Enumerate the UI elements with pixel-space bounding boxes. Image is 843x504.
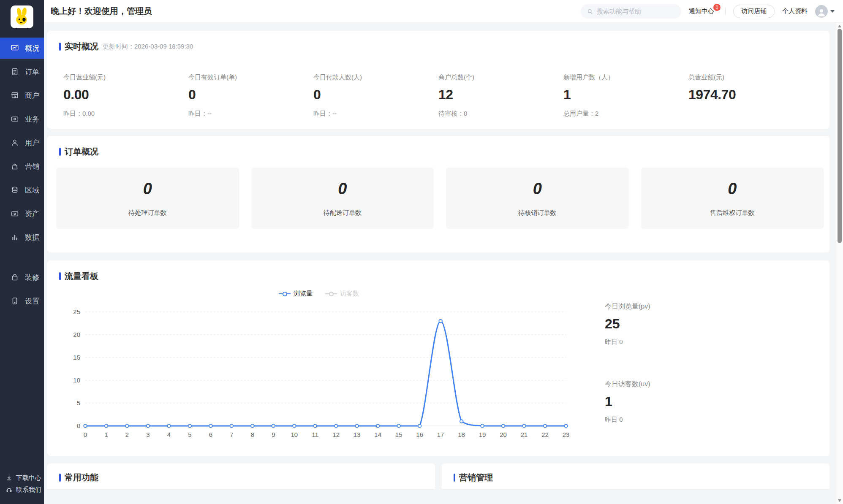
order-card-delivery[interactable]: 0 待配送订单数	[251, 168, 434, 229]
search-input[interactable]	[597, 8, 669, 15]
sidebar-item-settings[interactable]: 设置	[0, 289, 44, 313]
sidebar-item-business[interactable]: 业务	[0, 107, 44, 131]
sidebar: 概况 订单 商户 业务 用户 营销	[0, 0, 44, 504]
chevron-down-icon	[830, 10, 835, 13]
svg-text:0: 0	[77, 422, 80, 429]
stat-valid-orders: 今日有效订单(单) 0 昨日：--	[188, 73, 313, 118]
search-box[interactable]	[581, 4, 681, 19]
decorate-icon	[10, 273, 19, 282]
uv-stat: 今日访客数(uv) 1 昨日 0	[605, 380, 650, 424]
contact-us-link[interactable]: 联系我们	[0, 484, 44, 496]
header-divider	[725, 8, 726, 15]
title-accent-bar	[59, 148, 61, 156]
legend-line-icon	[279, 292, 291, 296]
vertical-scrollbar[interactable]	[836, 23, 843, 504]
rabbit-logo-icon	[13, 8, 31, 26]
visit-store-button[interactable]: 访问店铺	[733, 5, 775, 18]
legend-pageviews[interactable]: 浏览量	[279, 290, 313, 298]
avatar-menu[interactable]	[815, 5, 835, 18]
app-logo[interactable]	[11, 5, 33, 28]
sidebar-footer: 下载中心 联系我们	[0, 472, 44, 496]
svg-text:11: 11	[312, 431, 318, 438]
title-accent-bar	[59, 272, 61, 280]
svg-text:10: 10	[291, 431, 298, 438]
stat-paying-users: 今日付款人数(人) 0 昨日：--	[313, 73, 438, 118]
order-cards-row: 0 待处理订单数 0 待配送订单数 0 待核销订单数 0 售后维权订单数	[56, 168, 824, 229]
order-card-aftersale[interactable]: 0 售后维权订单数	[641, 168, 824, 229]
update-time: 更新时间：2026-03-09 18:59:30	[103, 43, 193, 51]
svg-text:15: 15	[395, 431, 402, 438]
scrollbar-up-arrow[interactable]	[838, 25, 841, 27]
scrollbar-down-arrow[interactable]	[838, 499, 841, 502]
greeting-text: 晚上好！欢迎使用，管理员	[51, 5, 152, 17]
data-icon	[10, 233, 19, 242]
sidebar-item-marketing[interactable]: 营销	[0, 154, 44, 178]
marketing-management-title: 营销管理	[459, 472, 493, 483]
sidebar-item-label: 营销	[25, 162, 39, 171]
svg-text:12: 12	[332, 431, 340, 438]
svg-text:9: 9	[272, 431, 275, 438]
marketing-management-card: 营销管理	[442, 463, 829, 489]
overview-icon	[10, 43, 19, 53]
pv-stat: 今日浏览量(pv) 25 昨日 0	[605, 302, 650, 346]
scrollbar-thumb[interactable]	[838, 29, 842, 243]
sidebar-item-label: 设置	[25, 296, 39, 306]
svg-text:5: 5	[188, 431, 191, 438]
settings-icon	[10, 296, 19, 306]
sidebar-item-orders[interactable]: 订单	[0, 60, 44, 84]
headset-icon	[5, 486, 13, 493]
svg-text:13: 13	[354, 431, 361, 438]
merchant-icon	[10, 91, 19, 100]
svg-text:23: 23	[563, 431, 570, 438]
stat-today-revenue: 今日营业额(元) 0.00 昨日：0.00	[63, 73, 188, 118]
title-accent-bar	[59, 474, 61, 482]
download-center-label: 下载中心	[16, 474, 41, 482]
sidebar-item-label: 订单	[25, 67, 39, 77]
marketing-icon	[10, 162, 19, 171]
svg-text:8: 8	[251, 431, 254, 438]
notification-center-button[interactable]: 通知中心 0	[689, 7, 714, 15]
realtime-title: 实时概况	[65, 41, 98, 52]
sidebar-item-data[interactable]: 数据	[0, 225, 44, 249]
bottom-cards-row: 常用功能 营销管理	[47, 463, 829, 489]
notification-badge: 0	[713, 4, 721, 11]
sidebar-item-overview[interactable]: 概况	[0, 38, 44, 59]
chart-legend: 浏览量 访客数	[59, 290, 579, 298]
order-icon	[10, 67, 19, 76]
download-icon	[5, 474, 13, 482]
stat-merchant-total: 商户总数(个) 12 待审核：0	[438, 73, 563, 118]
sidebar-menu: 概况 订单 商户 业务 用户 营销	[0, 36, 44, 313]
sidebar-item-label: 区域	[25, 185, 39, 195]
svg-text:0: 0	[84, 431, 87, 438]
stat-new-users: 新增用户数（人） 1 总用户量：2	[563, 73, 688, 118]
svg-text:25: 25	[73, 308, 80, 315]
traffic-board-card: 流量看板 浏览量 访客数 0510152025012345678910	[47, 260, 829, 456]
download-center-link[interactable]: 下载中心	[0, 472, 44, 484]
realtime-stats-row: 今日营业额(元) 0.00 昨日：0.00 今日有效订单(单) 0 昨日：-- …	[59, 73, 813, 118]
svg-text:4: 4	[167, 431, 171, 438]
orders-title: 订单概况	[65, 146, 98, 157]
legend-visitors[interactable]: 访客数	[325, 290, 359, 298]
traffic-side-stats: 今日浏览量(pv) 25 昨日 0 今日访客数(uv) 1 昨日 0	[579, 285, 650, 446]
business-icon	[10, 114, 19, 124]
traffic-line-chart: 0510152025012345678910111213141516171819…	[59, 298, 570, 444]
stat-total-revenue: 总营业额(元) 1974.70	[688, 73, 813, 118]
sidebar-item-label: 用户	[25, 138, 39, 148]
order-card-verify[interactable]: 0 待核销订单数	[446, 168, 629, 229]
notification-center-label: 通知中心	[689, 7, 714, 14]
sidebar-item-assets[interactable]: 资产	[0, 202, 44, 225]
svg-text:2: 2	[125, 431, 129, 438]
svg-text:7: 7	[230, 431, 233, 438]
search-icon	[587, 8, 593, 15]
profile-link[interactable]: 个人资料	[782, 7, 808, 15]
sidebar-item-merchants[interactable]: 商户	[0, 84, 44, 107]
sidebar-item-users[interactable]: 用户	[0, 131, 44, 154]
sidebar-item-label: 概况	[25, 43, 39, 53]
order-card-pending[interactable]: 0 待处理订单数	[56, 168, 239, 229]
svg-text:16: 16	[416, 431, 423, 438]
traffic-title: 流量看板	[65, 271, 98, 282]
svg-text:6: 6	[209, 431, 212, 438]
sidebar-item-regions[interactable]: 区域	[0, 178, 44, 202]
svg-text:19: 19	[479, 431, 486, 438]
sidebar-item-decorate[interactable]: 装修	[0, 266, 44, 289]
